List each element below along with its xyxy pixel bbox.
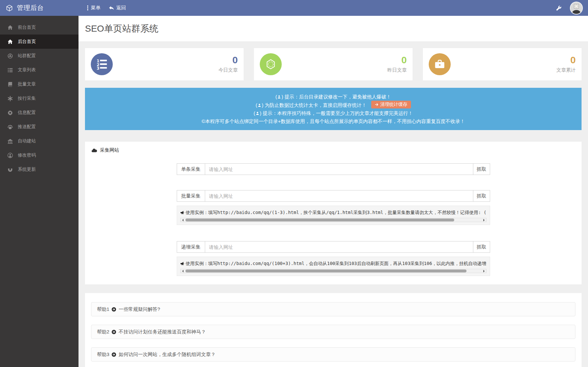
stat-card-total: 0 文章累计 — [423, 48, 582, 80]
collect-panel-title: 采集网站 — [100, 147, 119, 153]
sidebar-item-label: 批量文章 — [18, 81, 36, 87]
gem-icon — [260, 53, 282, 75]
sidebar-item-label: 推送配置 — [18, 124, 36, 130]
menu-toggle[interactable]: 菜单 — [87, 5, 100, 11]
increment-collect-input[interactable] — [205, 241, 473, 253]
sidebar-item-label: 系统更新 — [18, 167, 36, 172]
sidebar-item-label: 自动建站 — [18, 138, 36, 144]
single-collect-row: 单条采集 抓取 — [177, 163, 490, 175]
scrollbar-thumb[interactable] — [185, 219, 454, 221]
single-collect-input[interactable] — [205, 163, 473, 175]
increment-collect-fetch-button[interactable]: 抓取 — [473, 241, 490, 253]
help-panel: 帮助1 一些常规疑问解答? 帮助2 不挂访问计划任务还能推送百度和神马？ 帮助3 — [85, 293, 582, 367]
ordered-list-icon: 1 2 3 — [91, 53, 113, 75]
user-icon — [277, 95, 281, 99]
list-icon — [7, 67, 13, 73]
arrow-circle-right-icon — [111, 352, 116, 357]
increment-collect-row: 递增采集 抓取 — [177, 241, 490, 253]
main-area: SEO单页站群系统 1 2 3 — [79, 16, 588, 367]
admin-dashboard: 管理后台 菜单 返回 — [0, 0, 588, 367]
bullhorn-icon — [180, 261, 184, 266]
briefcase-icon — [429, 53, 451, 75]
bank-icon — [7, 138, 13, 144]
scroll-right-icon[interactable] — [482, 269, 486, 273]
home-icon — [7, 25, 13, 30]
top-navbar: 管理后台 菜单 返回 — [0, 0, 588, 16]
arrow-right-icon — [375, 103, 379, 107]
help-prefix: 帮助3 — [97, 352, 109, 358]
help-item-1[interactable]: 帮助1 一些常规疑问解答? — [91, 302, 575, 316]
sidebar-item-admin-home[interactable]: 后台首页 — [0, 35, 79, 49]
stat-label: 今日文章 — [218, 67, 238, 73]
sidebar-item-change-password[interactable]: 修改密码 — [0, 148, 79, 162]
help-prefix: 帮助1 — [97, 306, 109, 312]
page-titlebar: SEO单页站群系统 — [79, 16, 588, 41]
sidebar-item-label: 前台首页 — [18, 25, 36, 30]
sidebar-item-site-config[interactable]: 站群配置 — [0, 49, 79, 63]
batch-collect-label: 批量采集 — [177, 190, 205, 202]
user-icon — [256, 111, 259, 116]
help-item-2[interactable]: 帮助2 不挂访问计划任务还能推送百度和神马？ — [91, 325, 575, 339]
batch-collect-help: 使用实例：填写http://baidu.com/qq/(1-3).html，挨个… — [177, 206, 490, 225]
notice-line: ©本程序可多个站点绑定同一个目录+数据库使用，且每个站点所展示的单页内容都不一样… — [88, 117, 578, 125]
magnet-icon — [7, 167, 13, 172]
batch-help-scrollbar[interactable] — [180, 218, 487, 222]
help-text: 一些常规疑问解答? — [119, 306, 160, 312]
clear-stats-cache-button[interactable]: 清理统计缓存 — [371, 101, 411, 108]
sidebar-item-article-list[interactable]: 文章列表 — [0, 63, 79, 77]
sidebar-item-auto-build[interactable]: 自动建站 — [0, 134, 79, 148]
bullhorn-icon — [180, 210, 184, 215]
batch-collect-fetch-button[interactable]: 抓取 — [473, 190, 490, 202]
collect-panel-header: 采集网站 — [85, 142, 582, 158]
increment-collect-label: 递增采集 — [177, 241, 205, 253]
page-title: SEO单页站群系统 — [85, 23, 158, 35]
scroll-left-icon[interactable] — [181, 269, 185, 273]
stat-cards: 1 2 3 0 今日文章 — [85, 48, 582, 80]
sidebar-item-front-home[interactable]: 前台首页 — [0, 20, 79, 35]
help-text: 如何访问一次网站，生成多个随机组词文章？ — [119, 352, 215, 358]
increment-help-scrollbar[interactable] — [180, 269, 487, 273]
back-label: 返回 — [116, 5, 126, 11]
increment-collect-help: 使用实例：填写http://baidu.com/qq/(100+3).html，… — [177, 257, 490, 276]
user-icon — [257, 103, 261, 107]
sidebar-item-info-config[interactable]: 信息配置 — [0, 106, 79, 120]
scroll-left-icon[interactable] — [181, 218, 185, 222]
help-text: 不挂访问计划任务还能推送百度和神马？ — [119, 329, 206, 335]
help-item-3[interactable]: 帮助3 如何访问一次网站，生成多个随机组词文章？ — [91, 347, 575, 362]
batch-collect-row: 批量采集 抓取 — [177, 190, 490, 202]
book-icon — [7, 82, 13, 87]
stat-value: 0 — [401, 55, 407, 65]
arrow-circle-right-icon — [111, 330, 116, 334]
stat-label: 文章累计 — [556, 67, 576, 73]
wrench-icon[interactable] — [556, 5, 562, 11]
batch-collect-input[interactable] — [205, 190, 473, 202]
sidebar-item-push-config[interactable]: 推送配置 — [0, 120, 79, 134]
notice-line: () 提示：本程序技巧特殊，一般需要至少上万的文章才能支撑完美运行！ — [88, 109, 578, 117]
cloud-icon — [91, 148, 97, 153]
asterisk-icon — [7, 96, 13, 101]
globe-icon — [7, 53, 13, 59]
sidebar-item-system-update[interactable]: 系统更新 — [0, 162, 79, 177]
scroll-right-icon[interactable] — [482, 218, 486, 222]
scrollbar-thumb[interactable] — [185, 270, 467, 272]
sidebar-item-label: 修改密码 — [18, 152, 36, 158]
single-collect-fetch-button[interactable]: 抓取 — [473, 163, 490, 175]
batch-collect-help-text: 使用实例：填写http://baidu.com/qq/(1-3).html，挨个… — [186, 209, 487, 216]
sidebar-item-label: 站群配置 — [18, 53, 36, 59]
brand[interactable]: 管理后台 — [0, 4, 79, 12]
stat-value: 0 — [570, 55, 576, 65]
back-link[interactable]: 返回 — [109, 5, 126, 11]
single-collect-label: 单条采集 — [177, 163, 205, 175]
stat-card-today: 1 2 3 0 今日文章 — [85, 48, 244, 80]
sidebar-item-batch-articles[interactable]: 批量文章 — [0, 77, 79, 91]
notice-banner: () 提示：后台目录建议修改一下，避免被他人爆破！ () 为防止数据过大统计太卡… — [85, 88, 582, 130]
sidebar-item-line-collect[interactable]: 按行采集 — [0, 91, 79, 106]
arrow-circle-right-icon — [111, 307, 116, 312]
sidebar-item-label: 信息配置 — [18, 110, 36, 116]
home-icon — [7, 39, 13, 45]
increment-collect-help-text: 使用实例：填写http://baidu.com/qq/(100+3).html，… — [186, 260, 487, 267]
notice-line: () 为防止数据过大统计太卡，直接启用缓存统计！ 清理统计缓存 — [88, 101, 578, 109]
user-avatar[interactable] — [570, 2, 583, 15]
cube-logo-icon — [6, 5, 13, 12]
menu-label: 菜单 — [91, 5, 100, 11]
